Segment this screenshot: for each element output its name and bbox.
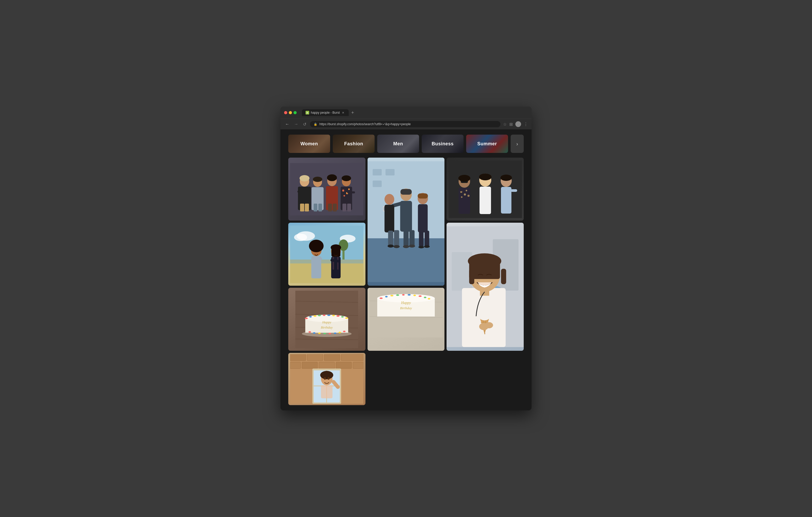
category-label-business: Business	[432, 141, 454, 147]
svg-point-135	[332, 315, 335, 316]
layers-icon[interactable]: ⊞	[509, 122, 513, 127]
svg-point-142	[313, 332, 316, 334]
forward-button[interactable]: →	[293, 121, 299, 127]
svg-rect-174	[319, 362, 335, 368]
photo-item-4[interactable]	[288, 223, 366, 286]
browser-tab[interactable]: B happy people - Burst ✕	[302, 109, 349, 116]
svg-rect-47	[419, 231, 424, 246]
category-label-fashion: Fashion	[344, 141, 364, 147]
svg-rect-31	[373, 181, 381, 187]
svg-point-163	[424, 297, 427, 298]
tab-title: happy people - Burst	[311, 111, 340, 115]
photo-item-2[interactable]	[368, 158, 445, 286]
category-label-women: Women	[300, 141, 318, 147]
svg-point-129	[305, 317, 308, 319]
photo-item-8[interactable]	[288, 353, 366, 405]
category-next-button[interactable]: ›	[511, 134, 524, 153]
close-button[interactable]	[284, 111, 287, 114]
svg-point-132	[318, 315, 321, 316]
url-bar[interactable]: 🔒 https://burst.shopify.com/photos/searc…	[310, 121, 500, 127]
maximize-button[interactable]	[293, 111, 297, 114]
svg-rect-43	[388, 231, 393, 246]
refresh-button[interactable]: ↺	[302, 121, 308, 127]
svg-point-159	[402, 294, 405, 296]
photo-5-illustration	[446, 225, 524, 348]
category-bar: Women Fashion Men Business Summer ›	[288, 134, 524, 153]
svg-rect-8	[314, 204, 317, 211]
svg-point-61	[461, 196, 463, 198]
category-item-fashion[interactable]: Fashion	[333, 134, 375, 153]
svg-point-64	[458, 175, 470, 182]
tab-favicon: B	[306, 111, 309, 115]
photo-item-1[interactable]	[288, 158, 366, 221]
photo-item-3[interactable]	[446, 158, 524, 221]
svg-point-10	[313, 177, 322, 182]
photo-item-6[interactable]: Happy Birthday	[288, 288, 366, 351]
category-label-summer: Summer	[477, 141, 497, 147]
photo-8-illustration	[290, 354, 364, 404]
photo-6-illustration: Happy Birthday	[295, 291, 358, 348]
photo-item-5[interactable]	[446, 223, 524, 351]
svg-point-148	[343, 331, 346, 332]
svg-point-187	[327, 377, 329, 380]
svg-rect-72	[511, 189, 517, 192]
svg-point-20	[344, 195, 345, 196]
svg-point-131	[313, 315, 317, 317]
tab-close-button[interactable]: ✕	[341, 111, 345, 115]
svg-rect-86	[332, 257, 334, 270]
svg-point-145	[328, 333, 331, 334]
svg-rect-45	[403, 231, 409, 246]
svg-point-15	[327, 174, 337, 181]
profile-icon[interactable]	[515, 121, 521, 127]
svg-point-24	[342, 175, 351, 181]
svg-rect-170	[324, 354, 340, 361]
svg-point-116	[484, 301, 488, 306]
svg-rect-25	[297, 190, 301, 193]
svg-point-70	[500, 175, 512, 181]
svg-point-41	[384, 194, 394, 205]
svg-rect-183	[321, 385, 332, 398]
svg-point-5	[299, 175, 310, 181]
title-bar: B happy people - Burst ✕ +	[281, 107, 531, 119]
svg-rect-2	[298, 187, 311, 210]
svg-point-50	[394, 245, 400, 248]
svg-point-138	[345, 317, 348, 319]
svg-rect-44	[394, 230, 399, 246]
toolbar-right: ☆ ⊞ ⋮	[503, 121, 528, 127]
svg-point-63	[467, 195, 470, 197]
svg-rect-14	[333, 204, 337, 211]
svg-rect-105	[480, 291, 489, 296]
category-item-business[interactable]: Business	[422, 134, 464, 153]
minimize-button[interactable]	[289, 111, 292, 114]
svg-point-53	[418, 246, 424, 248]
svg-point-184	[320, 371, 333, 379]
svg-rect-71	[459, 189, 463, 191]
svg-rect-73	[290, 225, 364, 260]
photo-7-illustration: Happy Birthday	[369, 288, 443, 337]
svg-point-144	[323, 333, 326, 334]
svg-point-60	[464, 193, 466, 195]
category-item-men[interactable]: Men	[377, 134, 419, 153]
svg-rect-48	[425, 231, 429, 246]
svg-rect-29	[373, 169, 381, 176]
svg-point-162	[418, 295, 422, 297]
photo-item-7[interactable]: Happy Birthday	[368, 288, 445, 351]
category-item-women[interactable]: Women	[288, 134, 330, 153]
svg-point-157	[390, 295, 394, 296]
category-item-summer[interactable]: Summer	[466, 134, 508, 153]
new-tab-button[interactable]: +	[350, 110, 356, 116]
svg-text:Birthday: Birthday	[321, 326, 333, 329]
bookmark-icon[interactable]: ☆	[503, 122, 507, 127]
svg-point-62	[466, 190, 467, 191]
back-button[interactable]: ←	[284, 121, 290, 127]
svg-point-164	[428, 298, 430, 300]
svg-rect-176	[353, 362, 364, 368]
browser-window: B happy people - Burst ✕ + ← → ↺ 🔒 https…	[281, 107, 531, 410]
svg-point-134	[327, 314, 330, 316]
svg-point-156	[385, 296, 388, 298]
menu-icon[interactable]: ⋮	[524, 122, 528, 127]
svg-rect-34	[400, 201, 412, 232]
svg-point-52	[409, 244, 415, 247]
svg-point-49	[387, 244, 394, 247]
svg-point-158	[396, 294, 399, 296]
